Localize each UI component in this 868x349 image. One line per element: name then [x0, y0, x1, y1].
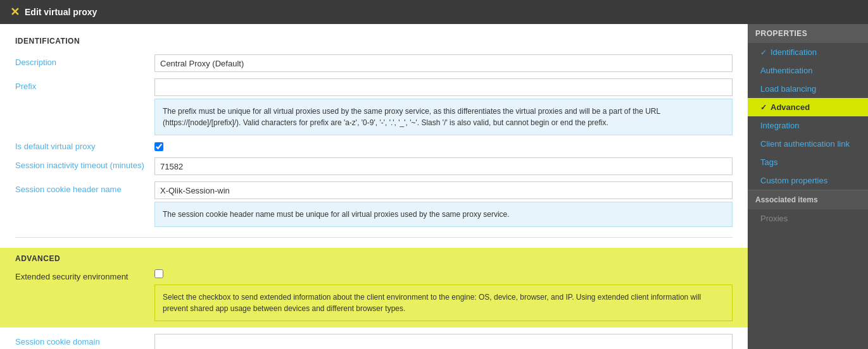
post-advanced: Session cookie domain Additional respons…: [15, 334, 733, 349]
advanced-section: ADVANCED Extended security environment S…: [0, 248, 748, 328]
session-timeout-label: Session inactivity timeout (minutes): [15, 157, 154, 170]
description-control: [154, 54, 733, 72]
prefix-row: Prefix The prefix must be unique for all…: [15, 78, 733, 135]
session-cookie-info: The session cookie header name must be u…: [154, 202, 733, 227]
sidebar-item-authentication-label: Authentication: [760, 66, 812, 75]
identification-heading: IDENTIFICATION: [15, 37, 733, 46]
session-timeout-input[interactable]: [154, 157, 733, 175]
identification-section: IDENTIFICATION Description Prefix The pr…: [15, 37, 733, 227]
sidebar-item-proxies-label: Proxies: [760, 214, 788, 223]
sidebar-item-load-balancing[interactable]: Load balancing: [748, 80, 868, 98]
session-cookie-domain-row: Session cookie domain: [15, 334, 733, 349]
extended-security-row: Extended security environment Select the…: [15, 269, 733, 321]
session-cookie-header-control: The session cookie header name must be u…: [154, 181, 733, 227]
prefix-label: Prefix: [15, 78, 154, 91]
sidebar-item-client-authentication-link[interactable]: Client authentication link: [748, 135, 868, 153]
is-default-row: Is default virtual proxy: [15, 142, 733, 151]
sidebar-item-custom-properties[interactable]: Custom properties: [748, 171, 868, 190]
sidebar-item-tags[interactable]: Tags: [748, 153, 868, 171]
check-icon-advanced: ✓: [760, 103, 767, 112]
session-cookie-header-label: Session cookie header name: [15, 181, 154, 194]
prefix-input[interactable]: [154, 78, 733, 96]
session-cookie-domain-input[interactable]: [154, 334, 733, 349]
main-layout: IDENTIFICATION Description Prefix The pr…: [0, 24, 868, 349]
prefix-control: The prefix must be unique for all virtua…: [154, 78, 733, 135]
session-cookie-domain-control: [154, 334, 733, 349]
session-cookie-header-input[interactable]: [154, 181, 733, 199]
sidebar-item-identification-label: Identification: [771, 47, 817, 57]
sidebar-item-client-auth-label: Client authentication link: [760, 139, 850, 149]
client-auth-text: Client authentication link: [760, 139, 850, 149]
extended-security-checkbox[interactable]: [154, 269, 163, 278]
session-cookie-domain-label-text: Session cookie domain: [15, 337, 100, 346]
app-icon: ✕: [10, 5, 20, 19]
content-area: IDENTIFICATION Description Prefix The pr…: [0, 24, 748, 349]
title-bar: ✕ Edit virtual proxy: [0, 0, 868, 24]
properties-header: Properties: [748, 24, 868, 43]
sidebar-item-tags-label: Tags: [760, 157, 777, 167]
session-timeout-control: [154, 157, 733, 175]
sidebar-item-advanced-label: Advanced: [771, 102, 810, 112]
description-input[interactable]: [154, 54, 733, 72]
extended-security-right: Select the checkbox to send extended inf…: [154, 269, 733, 321]
extended-security-label: Extended security environment: [15, 269, 154, 281]
sidebar-item-integration[interactable]: Integration: [748, 116, 868, 135]
section-divider: [15, 237, 733, 238]
associated-items-header: Associated items: [748, 190, 868, 209]
description-label: Description: [15, 54, 154, 67]
session-timeout-row: Session inactivity timeout (minutes): [15, 157, 733, 175]
is-default-label: Is default virtual proxy: [15, 142, 154, 151]
sidebar-item-authentication[interactable]: Authentication: [748, 61, 868, 80]
prefix-info: The prefix must be unique for all virtua…: [154, 99, 733, 135]
sidebar-item-advanced[interactable]: ✓ Advanced: [748, 98, 868, 116]
sidebar-item-integration-label: Integration: [760, 121, 799, 130]
advanced-heading: ADVANCED: [15, 254, 733, 263]
extended-security-info: Select the checkbox to send extended inf…: [154, 285, 733, 321]
session-cookie-header-row: Session cookie header name The session c…: [15, 181, 733, 227]
page-title: Edit virtual proxy: [25, 7, 97, 17]
check-icon-identification: ✓: [760, 48, 767, 57]
sidebar: Properties ✓ Identification Authenticati…: [748, 24, 868, 349]
session-cookie-domain-label: Session cookie domain: [15, 334, 154, 346]
sidebar-item-proxies: Proxies: [748, 209, 868, 228]
sidebar-item-custom-properties-label: Custom properties: [760, 176, 827, 185]
is-default-checkbox[interactable]: [154, 142, 163, 151]
description-row: Description: [15, 54, 733, 72]
sidebar-item-load-balancing-label: Load balancing: [760, 84, 816, 94]
sidebar-item-identification[interactable]: ✓ Identification: [748, 43, 868, 61]
